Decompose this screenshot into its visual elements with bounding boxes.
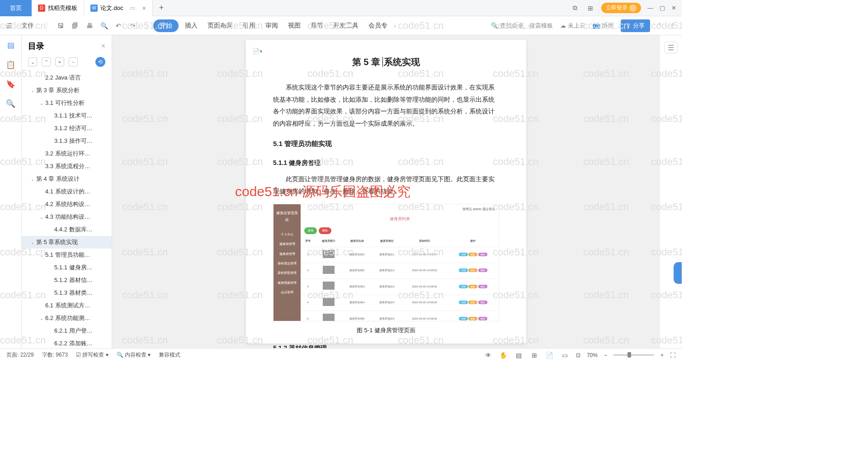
maximize-icon[interactable]: ▢	[660, 5, 665, 11]
collab-button[interactable]: 👥 协作	[593, 22, 613, 30]
more-icon[interactable]: ⋮	[670, 22, 675, 29]
chevron-up-icon[interactable]: ⌃	[657, 22, 662, 29]
outline-tree[interactable]: ⌄2.2 Java 语言⌄第 3 章 系统分析⌄3.1 可行性分析⌄3.1.1 …	[22, 71, 112, 348]
outline-item[interactable]: ⌄第 3 章 系统分析	[22, 84, 112, 97]
tab-reference[interactable]: 引用	[239, 20, 259, 32]
close-window-icon[interactable]: ✕	[671, 5, 676, 11]
tab-layout[interactable]: 页面布局	[204, 20, 236, 32]
collapse-all-icon[interactable]: ⌄	[28, 57, 37, 66]
menu-icon[interactable]: ☰	[6, 22, 12, 29]
tab-member[interactable]: 会员专	[365, 20, 391, 32]
outline-item[interactable]: ⌄6.2.2 添加账…	[22, 337, 112, 348]
apps-icon[interactable]: ⊞	[586, 5, 595, 12]
outline-item[interactable]: ⌄第 5 章系统实现	[22, 236, 112, 249]
outline-item[interactable]: ⌄3.2 系统运行环…	[22, 147, 112, 160]
outline-item[interactable]: ⌄5.1.2 器材信…	[22, 274, 112, 287]
outline-close-icon[interactable]: ×	[101, 42, 105, 50]
zoom-in-icon[interactable]: +	[660, 352, 664, 358]
heading-3: 5.1.1 健身房管理	[273, 157, 499, 169]
outline-item[interactable]: ⌄4.2 系统结构设…	[22, 198, 112, 211]
outline-item[interactable]: ⌄3.1.2 经济可…	[22, 122, 112, 135]
outline-item[interactable]: ⌄6.2 系统功能测…	[22, 312, 112, 325]
outline-item[interactable]: ⌄3.1.1 技术可…	[22, 109, 112, 122]
expand-all-icon[interactable]: ⌃	[42, 57, 51, 66]
compat-mode: 兼容模式	[159, 351, 180, 359]
outline-icon[interactable]: ▤	[7, 41, 14, 50]
tab-chapter[interactable]: 章节	[307, 20, 327, 32]
tab-label: 论文.doc	[100, 4, 123, 12]
zoom-slider[interactable]	[613, 354, 654, 356]
word-count[interactable]: 字数: 9673	[42, 351, 68, 359]
redo-icon[interactable]: ↷	[128, 22, 137, 29]
cloud-status[interactable]: ☁ 未上云	[560, 22, 585, 30]
hand-icon[interactable]: ✋	[499, 352, 508, 359]
fullscreen-icon[interactable]: ⛶	[670, 352, 675, 358]
outline-item[interactable]: ⌄4.4.2 数据库…	[22, 223, 112, 236]
zoom-fit-icon[interactable]: ⊡	[576, 352, 580, 358]
eye-icon[interactable]: 👁	[484, 352, 493, 359]
login-button[interactable]: 立即登录	[601, 3, 641, 13]
zoom-value[interactable]: 70%	[587, 352, 598, 358]
outline-item[interactable]: ⌄3.1 可行性分析	[22, 97, 112, 109]
minimize-icon[interactable]: —	[647, 5, 653, 11]
title-bar: 首页 D 找稻壳模板 W 论文.doc ▭ × + ⧉ ⊞ 立即登录 — ▢ ✕	[0, 0, 682, 16]
sync-badge-icon[interactable]: ⟲	[95, 57, 105, 67]
left-rail: ▤ 📋 🔖 🔍	[0, 35, 22, 348]
print-layout-icon[interactable]: 📄	[545, 352, 554, 359]
document-area[interactable]: 📄▾ 第 5 章 系统实现 系统实现这个章节的内容主要还是展示系统的功能界面设计…	[112, 35, 660, 348]
search-icon[interactable]: 🔍	[6, 99, 15, 108]
ribbon-more-icon[interactable]: ›	[394, 22, 396, 29]
split-view-icon[interactable]: ▭	[130, 5, 135, 11]
bookmark-icon[interactable]: 🔖	[6, 80, 15, 89]
layout-icon[interactable]: ⧉	[571, 4, 580, 12]
outline-item[interactable]: ⌄5.1.1 健身房…	[22, 261, 112, 274]
heading-2: 5.1 管理员功能实现	[273, 137, 499, 151]
outline-item[interactable]: ⌄4.3 功能结构设…	[22, 211, 112, 223]
remove-icon[interactable]: −	[69, 57, 78, 66]
outline-view-icon[interactable]: ▭	[561, 352, 570, 359]
web-layout-icon[interactable]: ⊞	[530, 352, 539, 359]
outline-item[interactable]: ⌄3.3 系统流程分…	[22, 160, 112, 173]
figure-image: 健身房管理系统 个人中心健身房管理健身房管理器材信息管理器材类型管理健身视频管理…	[273, 204, 499, 321]
tab-devtools[interactable]: 开发工具	[330, 20, 362, 32]
undo-icon[interactable]: ↶	[114, 22, 123, 29]
share-button[interactable]: ⇪ 分享	[621, 19, 650, 32]
tab-home[interactable]: 首页	[0, 0, 32, 16]
page-counter[interactable]: 页面: 22/29	[6, 351, 34, 359]
command-search[interactable]: 🔍 查找命令、搜索模板	[491, 22, 553, 30]
outline-item[interactable]: ⌄第 4 章 系统设计	[22, 173, 112, 185]
clipboard-icon[interactable]: 📋	[6, 60, 15, 70]
outline-item[interactable]: ⌄6.1 系统测试方…	[22, 299, 112, 312]
preview-icon[interactable]: 🔍	[99, 22, 108, 29]
outline-item[interactable]: ⌄5.1 管理员功能…	[22, 249, 112, 261]
tab-view[interactable]: 视图	[284, 20, 304, 32]
save-as-icon[interactable]: 🗐	[71, 22, 80, 29]
file-menu[interactable]: 文件	[18, 20, 38, 32]
outline-item[interactable]: ⌄5.1.3 器材类…	[22, 287, 112, 299]
outline-item[interactable]: ⌄6.2.1 用户登…	[22, 325, 112, 337]
right-panel-toggle-icon[interactable]: ☰	[664, 42, 678, 53]
chapter-title: 第 5 章 系统实现	[273, 53, 499, 71]
tab-label: 找稻壳模板	[48, 4, 77, 12]
add-icon[interactable]: +	[55, 57, 64, 66]
status-bar: 页面: 22/29 字数: 9673 ☑ 拼写检查 ▾ 🔍 内容检查 ▾ 兼容模…	[0, 348, 682, 362]
page-tool-icon[interactable]: 📄▾	[252, 46, 263, 57]
tab-insert[interactable]: 插入	[181, 20, 201, 32]
print-icon[interactable]: 🖶	[85, 22, 94, 29]
zoom-out-icon[interactable]: −	[604, 352, 607, 358]
outline-item[interactable]: ⌄3.1.3 操作可…	[22, 135, 112, 147]
tab-document[interactable]: W 论文.doc ▭ ×	[84, 0, 153, 16]
tab-template[interactable]: D 找稻壳模板	[32, 0, 84, 16]
reading-icon[interactable]: ▤	[514, 352, 524, 359]
tab-start[interactable]: 开始	[153, 19, 179, 32]
outline-item[interactable]: ⌄4.1 系统设计的…	[22, 185, 112, 198]
close-icon[interactable]: ×	[142, 5, 146, 12]
save-icon[interactable]: 🖫	[56, 22, 65, 29]
intro-paragraph: 系统实现这个章节的内容主要还是展示系统的功能界面设计效果，在实现系统基本功能，比…	[273, 81, 499, 129]
spellcheck-toggle[interactable]: ☑ 拼写检查 ▾	[76, 351, 108, 359]
float-side-tab[interactable]	[674, 262, 682, 284]
outline-item[interactable]: ⌄2.2 Java 语言	[22, 71, 112, 84]
tab-review[interactable]: 审阅	[262, 20, 282, 32]
new-tab-button[interactable]: +	[153, 3, 170, 13]
content-check[interactable]: 🔍 内容检查 ▾	[117, 351, 151, 359]
